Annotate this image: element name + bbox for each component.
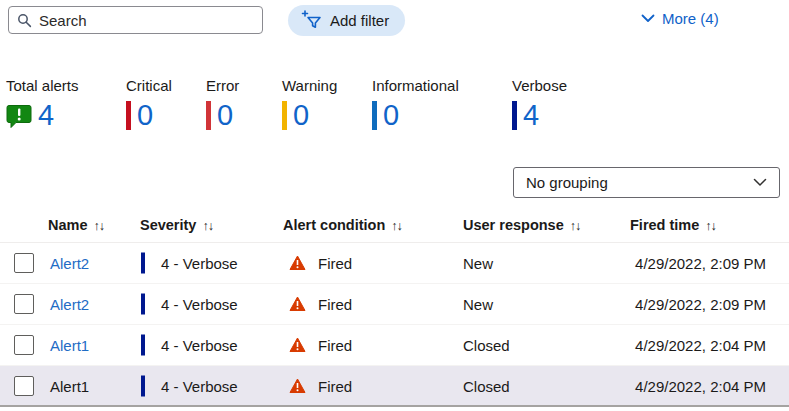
alert-name-link[interactable]: Alert1 [50, 377, 89, 394]
metric-value: 4 [523, 101, 539, 130]
table-header: Name↑↓ Severity↑↓ Alert condition↑↓ User… [0, 211, 789, 243]
more-button[interactable]: More (4) [641, 10, 719, 27]
sort-icon: ↑↓ [94, 219, 105, 233]
metric-critical: Critical 0 [126, 77, 172, 130]
fired-time-cell: 4/29/2022, 2:04 PM [580, 337, 766, 354]
severity-bar [282, 101, 287, 130]
metric-value: 0 [137, 101, 153, 130]
user-response-cell: Closed [463, 337, 510, 354]
warning-triangle-icon [289, 296, 306, 312]
severity-cell: 4 - Verbose [161, 255, 238, 272]
column-header-severity[interactable]: Severity↑↓ [140, 217, 213, 233]
search-box[interactable] [8, 6, 263, 34]
severity-bar [206, 101, 211, 130]
warning-triangle-icon [289, 337, 306, 353]
severity-cell: 4 - Verbose [161, 296, 238, 313]
chevron-down-icon [753, 178, 767, 187]
warning-triangle-icon [289, 378, 306, 394]
alert-name-link[interactable]: Alert1 [50, 337, 89, 354]
severity-bar [372, 101, 377, 130]
alert-condition-cell: Fired [318, 337, 352, 354]
sort-icon: ↑↓ [570, 219, 581, 233]
column-header-alert-condition[interactable]: Alert condition↑↓ [283, 217, 402, 233]
table-row-selected[interactable]: Alert1 4 - Verbose Fired Closed 4/29/202… [0, 366, 789, 407]
metric-label: Warning [282, 77, 337, 94]
add-filter-button[interactable]: Add filter [288, 5, 405, 36]
metric-value: 0 [217, 101, 233, 130]
alert-name-link[interactable]: Alert2 [50, 255, 89, 272]
severity-bar [512, 101, 517, 130]
severity-bar [141, 375, 145, 396]
fired-time-cell: 4/29/2022, 2:09 PM [580, 255, 766, 272]
severity-bar [141, 253, 145, 274]
metric-label: Critical [126, 77, 172, 94]
add-filter-label: Add filter [330, 12, 389, 29]
warning-triangle-icon [289, 255, 306, 271]
user-response-cell: New [463, 255, 493, 272]
user-response-cell: Closed [463, 377, 510, 394]
row-checkbox[interactable] [14, 335, 34, 355]
alert-condition-cell: Fired [318, 296, 352, 313]
table-row[interactable]: Alert2 4 - Verbose Fired New 4/29/2022, … [0, 284, 789, 325]
grouping-selected-value: No grouping [526, 174, 608, 191]
table-row[interactable]: Alert1 4 - Verbose Fired Closed 4/29/202… [0, 325, 789, 366]
alert-speech-bubble-icon [6, 104, 32, 128]
metric-label: Error [206, 77, 239, 94]
metric-warning: Warning 0 [282, 77, 337, 130]
metric-label: Verbose [512, 77, 567, 94]
fired-time-cell: 4/29/2022, 2:09 PM [580, 296, 766, 313]
alert-condition-cell: Fired [318, 377, 352, 394]
column-header-fired-time[interactable]: Fired time↑↓ [630, 217, 716, 233]
add-filter-icon [301, 10, 322, 31]
row-checkbox[interactable] [14, 376, 34, 396]
severity-cell: 4 - Verbose [161, 337, 238, 354]
severity-bar [141, 335, 145, 356]
metric-total-alerts: Total alerts 4 [6, 77, 79, 130]
severity-cell: 4 - Verbose [161, 377, 238, 394]
column-header-name[interactable]: Name↑↓ [48, 217, 104, 233]
metric-value: 0 [293, 101, 309, 130]
table-row[interactable]: Alert2 4 - Verbose Fired New 4/29/2022, … [0, 243, 789, 284]
chevron-down-icon [641, 14, 655, 23]
alerts-screen: Add filter More (4) Total alerts 4 Criti… [0, 0, 789, 411]
metric-label: Total alerts [6, 77, 79, 94]
column-header-user-response[interactable]: User response↑↓ [463, 217, 580, 233]
metric-value: 0 [383, 101, 399, 130]
row-checkbox[interactable] [14, 253, 34, 273]
fired-time-cell: 4/29/2022, 2:04 PM [580, 377, 766, 394]
alert-name-link[interactable]: Alert2 [50, 296, 89, 313]
search-icon [17, 13, 32, 28]
metric-informational: Informational 0 [372, 77, 459, 130]
severity-bar [141, 294, 145, 315]
search-input[interactable] [39, 12, 254, 29]
metric-value: 4 [38, 101, 54, 130]
metric-label: Informational [372, 77, 459, 94]
sort-icon: ↑↓ [391, 219, 402, 233]
user-response-cell: New [463, 296, 493, 313]
more-label: More (4) [662, 10, 719, 27]
row-checkbox[interactable] [14, 294, 34, 314]
alert-condition-cell: Fired [318, 255, 352, 272]
severity-bar [126, 101, 131, 130]
metric-verbose: Verbose 4 [512, 77, 567, 130]
sort-icon: ↑↓ [202, 219, 213, 233]
sort-icon: ↑↓ [705, 219, 716, 233]
grouping-dropdown[interactable]: No grouping [513, 167, 780, 198]
metric-error: Error 0 [206, 77, 239, 130]
